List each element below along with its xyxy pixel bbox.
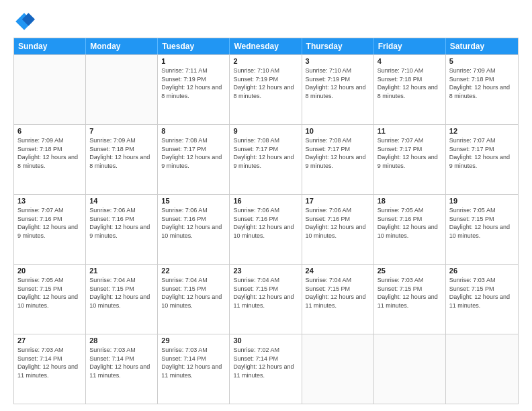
cell-info: Sunrise: 7:04 AM Sunset: 7:15 PM Dayligh…	[161, 276, 226, 310]
header-day-wednesday: Wednesday	[230, 38, 302, 54]
cell-info: Sunrise: 7:11 AM Sunset: 7:19 PM Dayligh…	[161, 66, 226, 100]
cell-info: Sunrise: 7:03 AM Sunset: 7:14 PM Dayligh…	[17, 346, 82, 379]
cell-info: Sunrise: 7:04 AM Sunset: 7:15 PM Dayligh…	[233, 276, 298, 310]
day-number: 21	[89, 267, 154, 275]
day-cell-18: 18Sunrise: 7:05 AM Sunset: 7:16 PM Dayli…	[374, 195, 446, 264]
day-cell-8: 8Sunrise: 7:08 AM Sunset: 7:17 PM Daylig…	[158, 125, 230, 194]
day-number: 16	[233, 197, 298, 205]
cell-info: Sunrise: 7:10 AM Sunset: 7:19 PM Dayligh…	[233, 66, 298, 100]
day-cell-23: 23Sunrise: 7:04 AM Sunset: 7:15 PM Dayli…	[230, 265, 302, 334]
day-cell-20: 20Sunrise: 7:05 AM Sunset: 7:15 PM Dayli…	[14, 265, 86, 334]
day-number: 29	[161, 336, 226, 345]
day-number: 10	[306, 127, 370, 135]
calendar-row-4: 20Sunrise: 7:05 AM Sunset: 7:15 PM Dayli…	[14, 264, 518, 334]
day-cell-24: 24Sunrise: 7:04 AM Sunset: 7:15 PM Dayli…	[302, 265, 374, 334]
day-number: 2	[233, 57, 298, 65]
day-cell-10: 10Sunrise: 7:08 AM Sunset: 7:17 PM Dayli…	[302, 125, 374, 194]
calendar-row-5: 27Sunrise: 7:03 AM Sunset: 7:14 PM Dayli…	[14, 334, 518, 404]
day-cell-6: 6Sunrise: 7:09 AM Sunset: 7:18 PM Daylig…	[14, 125, 86, 194]
cell-info: Sunrise: 7:03 AM Sunset: 7:15 PM Dayligh…	[449, 276, 515, 310]
calendar-row-2: 6Sunrise: 7:09 AM Sunset: 7:18 PM Daylig…	[14, 124, 518, 194]
day-number: 4	[378, 57, 442, 65]
day-cell-3: 3Sunrise: 7:10 AM Sunset: 7:19 PM Daylig…	[302, 55, 374, 124]
cell-info: Sunrise: 7:10 AM Sunset: 7:18 PM Dayligh…	[378, 66, 442, 100]
day-cell-11: 11Sunrise: 7:07 AM Sunset: 7:17 PM Dayli…	[374, 125, 446, 194]
calendar-header: SundayMondayTuesdayWednesdayThursdayFrid…	[14, 38, 518, 54]
cell-info: Sunrise: 7:09 AM Sunset: 7:18 PM Dayligh…	[89, 136, 154, 170]
day-cell-27: 27Sunrise: 7:03 AM Sunset: 7:14 PM Dayli…	[14, 334, 86, 404]
day-number: 8	[161, 127, 226, 135]
day-number: 15	[161, 197, 226, 205]
cell-info: Sunrise: 7:05 AM Sunset: 7:16 PM Dayligh…	[378, 206, 442, 240]
day-cell-15: 15Sunrise: 7:06 AM Sunset: 7:16 PM Dayli…	[158, 195, 230, 264]
header-day-friday: Friday	[374, 38, 446, 54]
calendar-body: 1Sunrise: 7:11 AM Sunset: 7:19 PM Daylig…	[14, 54, 518, 404]
empty-cell	[374, 334, 446, 404]
cell-info: Sunrise: 7:04 AM Sunset: 7:15 PM Dayligh…	[306, 276, 370, 310]
cell-info: Sunrise: 7:03 AM Sunset: 7:14 PM Dayligh…	[161, 346, 226, 379]
day-number: 12	[449, 127, 515, 135]
day-cell-29: 29Sunrise: 7:03 AM Sunset: 7:14 PM Dayli…	[158, 334, 230, 404]
calendar: SundayMondayTuesdayWednesdayThursdayFrid…	[13, 38, 519, 404]
header-day-saturday: Saturday	[446, 38, 518, 54]
day-number: 23	[233, 267, 298, 275]
cell-info: Sunrise: 7:06 AM Sunset: 7:16 PM Dayligh…	[306, 206, 370, 240]
cell-info: Sunrise: 7:09 AM Sunset: 7:18 PM Dayligh…	[449, 66, 515, 100]
cell-info: Sunrise: 7:03 AM Sunset: 7:15 PM Dayligh…	[378, 276, 442, 310]
day-number: 24	[306, 267, 370, 275]
day-cell-28: 28Sunrise: 7:03 AM Sunset: 7:14 PM Dayli…	[86, 334, 158, 404]
day-cell-14: 14Sunrise: 7:06 AM Sunset: 7:16 PM Dayli…	[86, 195, 158, 264]
day-number: 28	[89, 336, 154, 345]
day-number: 27	[17, 336, 82, 345]
empty-cell	[86, 55, 158, 124]
calendar-row-3: 13Sunrise: 7:07 AM Sunset: 7:16 PM Dayli…	[14, 194, 518, 264]
day-number: 13	[17, 197, 82, 205]
day-cell-16: 16Sunrise: 7:06 AM Sunset: 7:16 PM Dayli…	[230, 195, 302, 264]
day-cell-22: 22Sunrise: 7:04 AM Sunset: 7:15 PM Dayli…	[158, 265, 230, 334]
cell-info: Sunrise: 7:04 AM Sunset: 7:15 PM Dayligh…	[89, 276, 154, 310]
logo	[13, 11, 38, 32]
logo-icon	[13, 11, 35, 32]
header-day-tuesday: Tuesday	[158, 38, 230, 54]
day-cell-5: 5Sunrise: 7:09 AM Sunset: 7:18 PM Daylig…	[446, 55, 518, 124]
cell-info: Sunrise: 7:08 AM Sunset: 7:17 PM Dayligh…	[306, 136, 370, 170]
cell-info: Sunrise: 7:05 AM Sunset: 7:15 PM Dayligh…	[449, 206, 515, 240]
day-cell-13: 13Sunrise: 7:07 AM Sunset: 7:16 PM Dayli…	[14, 195, 86, 264]
day-cell-25: 25Sunrise: 7:03 AM Sunset: 7:15 PM Dayli…	[374, 265, 446, 334]
cell-info: Sunrise: 7:08 AM Sunset: 7:17 PM Dayligh…	[161, 136, 226, 170]
cell-info: Sunrise: 7:07 AM Sunset: 7:17 PM Dayligh…	[449, 136, 515, 170]
day-cell-30: 30Sunrise: 7:02 AM Sunset: 7:14 PM Dayli…	[230, 334, 302, 404]
day-number: 30	[233, 336, 298, 345]
day-number: 6	[17, 127, 82, 135]
cell-info: Sunrise: 7:08 AM Sunset: 7:17 PM Dayligh…	[233, 136, 298, 170]
cell-info: Sunrise: 7:10 AM Sunset: 7:19 PM Dayligh…	[306, 66, 370, 100]
day-cell-26: 26Sunrise: 7:03 AM Sunset: 7:15 PM Dayli…	[446, 265, 518, 334]
empty-cell	[446, 334, 518, 404]
cell-info: Sunrise: 7:07 AM Sunset: 7:17 PM Dayligh…	[378, 136, 442, 170]
day-number: 9	[233, 127, 298, 135]
cell-info: Sunrise: 7:06 AM Sunset: 7:16 PM Dayligh…	[161, 206, 226, 240]
calendar-row-1: 1Sunrise: 7:11 AM Sunset: 7:19 PM Daylig…	[14, 54, 518, 124]
empty-cell	[302, 334, 374, 404]
cell-info: Sunrise: 7:07 AM Sunset: 7:16 PM Dayligh…	[17, 206, 82, 240]
day-number: 26	[449, 267, 515, 275]
header-day-monday: Monday	[86, 38, 158, 54]
day-number: 1	[161, 57, 226, 65]
day-number: 20	[17, 267, 82, 275]
day-number: 7	[89, 127, 154, 135]
day-number: 14	[89, 197, 154, 205]
day-number: 3	[306, 57, 370, 65]
day-cell-17: 17Sunrise: 7:06 AM Sunset: 7:16 PM Dayli…	[302, 195, 374, 264]
cell-info: Sunrise: 7:06 AM Sunset: 7:16 PM Dayligh…	[89, 206, 154, 240]
header-day-thursday: Thursday	[302, 38, 374, 54]
day-cell-19: 19Sunrise: 7:05 AM Sunset: 7:15 PM Dayli…	[446, 195, 518, 264]
cell-info: Sunrise: 7:03 AM Sunset: 7:14 PM Dayligh…	[89, 346, 154, 379]
cell-info: Sunrise: 7:06 AM Sunset: 7:16 PM Dayligh…	[233, 206, 298, 240]
cell-info: Sunrise: 7:02 AM Sunset: 7:14 PM Dayligh…	[233, 346, 298, 379]
day-number: 22	[161, 267, 226, 275]
page: SundayMondayTuesdayWednesdayThursdayFrid…	[0, 0, 532, 411]
day-number: 18	[378, 197, 442, 205]
empty-cell	[14, 55, 86, 124]
day-cell-7: 7Sunrise: 7:09 AM Sunset: 7:18 PM Daylig…	[86, 125, 158, 194]
cell-info: Sunrise: 7:05 AM Sunset: 7:15 PM Dayligh…	[17, 276, 82, 310]
